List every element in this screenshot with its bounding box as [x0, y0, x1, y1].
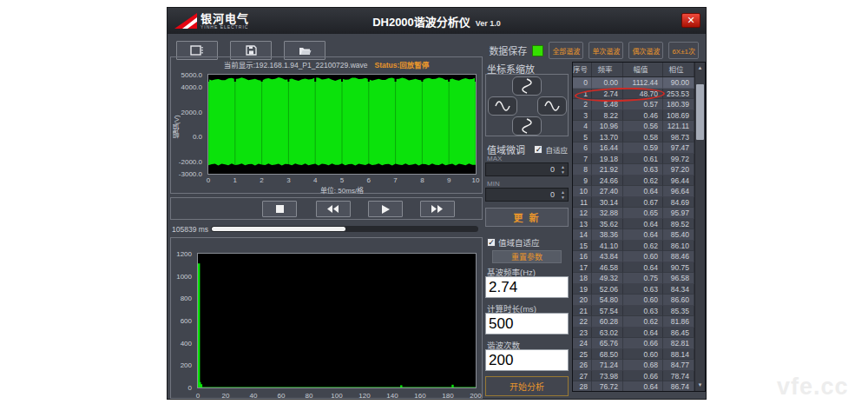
fund-freq-input[interactable] — [485, 276, 569, 298]
table-cell: 0.64 — [623, 381, 663, 392]
spectrum-plot — [197, 253, 477, 388]
update-button[interactable]: 更 新 — [485, 208, 569, 227]
range-adaptive-checkbox[interactable]: ✓ — [487, 238, 496, 247]
table-row[interactable]: 2568.500.6088.14 — [573, 349, 705, 361]
table-row[interactable]: 1746.580.6490.75 — [573, 262, 705, 274]
table-cell: 0.64 — [623, 229, 663, 241]
table-row[interactable]: 410.960.56121.11 — [573, 121, 705, 132]
single-harmonic-button[interactable]: 单次谐波 — [589, 42, 623, 59]
table-cell: 0.56 — [623, 121, 663, 132]
reset-params-button[interactable]: 重置参数 — [492, 250, 562, 263]
zoom-up-button[interactable] — [512, 76, 542, 96]
zoom-left-button[interactable] — [488, 96, 517, 116]
table-row[interactable]: 1335.620.6489.52 — [573, 219, 705, 230]
min-spinner[interactable]: ▲▼ — [561, 189, 565, 200]
table-row[interactable]: 616.440.5997.47 — [573, 142, 705, 154]
table-cell: 82.81 — [663, 338, 694, 349]
brand-logo: 银河电气 YINHE ELECTRIC — [174, 13, 249, 30]
table-row[interactable]: 2363.020.6486.45 — [573, 328, 705, 339]
table-cell: 28 — [573, 381, 592, 392]
min-input[interactable]: 0 ▲▼ — [485, 188, 569, 202]
table-row[interactable]: 1541.100.6286.10 — [573, 241, 705, 252]
table-cell: 76.72 — [592, 381, 623, 392]
even-harmonics-button[interactable]: 偶次谐波 — [628, 42, 663, 59]
sine-wave-icon — [521, 117, 533, 135]
table-row[interactable]: 719.180.6199.72 — [573, 154, 705, 165]
table-row[interactable]: 1130.140.6784.69 — [573, 197, 705, 209]
table-row[interactable]: 1232.880.6595.97 — [573, 208, 705, 219]
table-header: 序号 频率 幅值 相位 — [573, 63, 705, 77]
table-cell: 22 — [573, 316, 592, 328]
y-tick-label: 0.0 — [193, 133, 202, 141]
max-input[interactable]: 0 ▲▼ — [485, 162, 569, 176]
harmonic-table-rows: 00.001112.4490.0012.7448.70253.5325.480.… — [573, 77, 705, 392]
table-row[interactable]: 1027.400.6496.64 — [573, 186, 705, 197]
harmonic-count-input[interactable] — [485, 349, 569, 371]
rewind-button[interactable] — [316, 201, 351, 217]
y-tick-label: 2000.0 — [181, 108, 202, 116]
table-cell: 0.66 — [623, 371, 663, 382]
waveform-panel: 当前显示:192.168.1.94_P1_22100729.wave Statu… — [170, 56, 483, 194]
max-spinner[interactable]: ▲▼ — [561, 164, 565, 175]
sine-wave-icon — [543, 100, 561, 112]
progress-bar[interactable] — [211, 226, 478, 232]
table-cell: 96.58 — [663, 273, 694, 284]
start-analysis-button[interactable]: 开始分析 — [485, 376, 569, 396]
spectrum-panel: 020040060080010001200 020406080100120140… — [170, 237, 483, 399]
waveform-unit-caption: 单位: 50ms/格 — [207, 185, 477, 195]
scroll-down-button[interactable]: ▼ — [695, 381, 705, 390]
stop-icon — [276, 205, 284, 213]
table-cell: 18 — [573, 273, 592, 284]
table-row[interactable]: 924.660.6296.44 — [573, 176, 705, 187]
table-row[interactable]: 1438.360.6485.40 — [573, 229, 705, 241]
table-row[interactable]: 821.920.6397.20 — [573, 164, 705, 176]
table-row[interactable]: 38.220.46108.69 — [573, 110, 705, 122]
waveform-y-ticks: 5000.04000.02000.00.0-2000.0-3000.0 — [171, 75, 205, 174]
table-row[interactable]: 2157.540.6385.35 — [573, 306, 705, 317]
table-row[interactable]: 2876.720.6486.74 — [573, 381, 705, 392]
table-row[interactable]: 2773.980.6678.74 — [573, 371, 705, 382]
table-cell: 16 — [573, 251, 592, 262]
stop-button[interactable] — [262, 201, 297, 217]
table-row[interactable]: 25.480.57180.39 — [573, 99, 705, 110]
table-row[interactable]: 2465.760.6682.81 — [573, 338, 705, 349]
zoom-right-button[interactable] — [537, 96, 567, 116]
table-row[interactable]: 1952.060.6384.34 — [573, 284, 705, 295]
zoom-down-button[interactable] — [512, 116, 542, 136]
table-row[interactable]: 2260.280.6281.86 — [573, 316, 705, 328]
table-cell: 0.61 — [623, 154, 663, 165]
table-row[interactable]: 00.001112.4490.00 — [573, 77, 705, 89]
table-cell: 11 — [573, 197, 592, 209]
calc-time-input[interactable] — [485, 313, 569, 334]
table-row[interactable]: 1643.840.6088.46 — [573, 251, 705, 262]
table-cell: 0.00 — [592, 77, 623, 89]
table-cell: 9 — [573, 176, 592, 187]
table-cell: 27.40 — [592, 186, 623, 197]
table-cell: 8.22 — [592, 110, 623, 122]
table-cell: 2 — [573, 99, 592, 110]
spectrum-x-ticks: 020406080100120140160180200 — [198, 392, 476, 400]
all-harmonics-button[interactable]: 全部谐波 — [549, 42, 583, 59]
table-row[interactable]: 513.700.5898.73 — [573, 132, 705, 143]
table-row[interactable]: 1849.320.7596.58 — [573, 273, 705, 284]
table-row[interactable]: 2671.240.6884.77 — [573, 360, 705, 371]
table-scrollbar[interactable]: ▲ ▼ — [694, 63, 705, 391]
min-value: 0 — [550, 190, 555, 199]
play-button[interactable] — [368, 201, 403, 217]
table-cell: 0.63 — [623, 164, 663, 176]
adaptive-checkbox[interactable]: ✓ — [534, 145, 542, 154]
table-row[interactable]: 12.7448.70253.53 — [573, 89, 705, 100]
scroll-up-button[interactable]: ▲ — [695, 63, 705, 73]
close-button[interactable]: ✕ — [681, 13, 700, 28]
brand-text: 银河电气 YINHE ELECTRIC — [201, 13, 249, 30]
table-cell: 0.64 — [623, 219, 663, 230]
table-cell: 12 — [573, 208, 592, 219]
6x1-harmonics-button[interactable]: 6X±1次 — [668, 42, 699, 59]
table-cell: 52.06 — [592, 284, 623, 295]
fast-forward-button[interactable] — [420, 201, 455, 217]
table-cell: 95.97 — [663, 208, 694, 219]
table-row[interactable]: 2054.800.6086.60 — [573, 295, 705, 306]
scrollbar-thumb[interactable] — [696, 84, 704, 140]
max-value: 0 — [550, 165, 555, 174]
rewind-icon — [327, 205, 339, 213]
